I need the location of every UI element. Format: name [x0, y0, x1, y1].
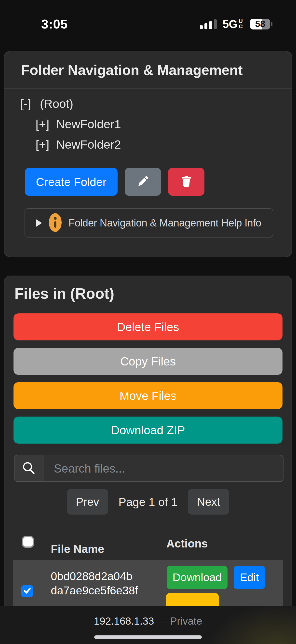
- cellular-signal-icon: [200, 19, 217, 29]
- page-indicator: Page 1 of 1: [119, 495, 177, 509]
- pagination: Prev Page 1 of 1 Next: [4, 489, 292, 514]
- folder-tree: [-] (Root) [+] NewFolder1 [+] NewFolder2: [4, 89, 292, 154]
- info-icon: [49, 213, 62, 233]
- tree-label[interactable]: (Root): [40, 97, 73, 110]
- status-indicators: 5G U C 58: [200, 18, 273, 31]
- tree-label[interactable]: NewFolder2: [56, 138, 121, 151]
- tree-item-newfolder1[interactable]: [+] NewFolder1: [20, 114, 292, 134]
- search-icon: [21, 461, 36, 476]
- trash-icon: [180, 175, 193, 189]
- file-table-row: 0bd0288d2a04b da7ae9ce5f6e38f Download E…: [13, 560, 283, 614]
- battery-icon: 58: [250, 19, 273, 30]
- files-card: Files in (Root) Delete Files Copy Files …: [4, 276, 292, 644]
- url-bar[interactable]: 192.168.1.33 — Private: [0, 606, 296, 627]
- home-indicator[interactable]: [94, 636, 202, 639]
- battery-percent: 58: [250, 19, 270, 30]
- row-checkbox-checked[interactable]: [21, 585, 33, 597]
- pencil-icon: [136, 175, 150, 189]
- move-files-button[interactable]: Move Files: [13, 382, 283, 409]
- bulk-actions: Delete Files Copy Files Move Files Downl…: [13, 314, 283, 444]
- network-type: 5G U C: [223, 18, 243, 31]
- tree-toggle-collapse[interactable]: [-]: [20, 97, 31, 110]
- network-band-label: U C: [239, 19, 243, 29]
- delete-files-button[interactable]: Delete Files: [13, 314, 283, 340]
- tree-item-root[interactable]: [-] (Root): [20, 93, 292, 114]
- column-header-file-name: File Name: [51, 542, 104, 556]
- search-input[interactable]: [43, 455, 284, 482]
- rename-folder-button[interactable]: [125, 168, 161, 196]
- url-host[interactable]: 192.168.1.33: [94, 615, 154, 627]
- clock: 3:05: [41, 17, 68, 32]
- iphone-screen: 3:05 5G U C 58 Folder Na: [0, 0, 296, 644]
- tree-item-newfolder2[interactable]: [+] NewFolder2: [20, 134, 292, 154]
- help-summary-label[interactable]: Folder Navigation & Management Help Info: [68, 217, 261, 229]
- battery-nub: [271, 22, 273, 26]
- download-file-button[interactable]: Download: [167, 566, 228, 589]
- create-folder-button[interactable]: Create Folder: [25, 168, 118, 196]
- network-label: 5G: [223, 18, 238, 31]
- folder-navigation-card: Folder Navigation & Management [-] (Root…: [4, 51, 292, 257]
- private-browsing-label: — Private: [157, 615, 202, 627]
- folder-card-title: Folder Navigation & Management: [21, 62, 243, 78]
- tree-toggle-expand[interactable]: [+]: [35, 138, 49, 151]
- copy-files-button[interactable]: Copy Files: [13, 348, 283, 375]
- files-card-title: Files in (Root): [4, 276, 292, 302]
- select-all-checkbox[interactable]: [22, 536, 34, 548]
- status-bar: 3:05 5G U C 58: [0, 0, 296, 46]
- file-table-header: File Name Actions: [4, 532, 292, 560]
- checkmark-icon: [23, 586, 32, 596]
- tree-toggle-expand[interactable]: [+]: [35, 117, 49, 131]
- tree-label[interactable]: NewFolder1: [56, 117, 121, 131]
- delete-folder-button[interactable]: [168, 168, 204, 196]
- prev-page-button[interactable]: Prev: [67, 489, 108, 514]
- disclosure-triangle-icon: [36, 219, 42, 227]
- file-name: 0bd0288d2a04b da7ae9ce5f6e38f: [51, 569, 138, 598]
- safari-bottom-bar: 192.168.1.33 — Private: [0, 606, 296, 644]
- file-search: [14, 455, 284, 482]
- next-page-button[interactable]: Next: [188, 489, 229, 514]
- folder-card-header: Folder Navigation & Management: [4, 51, 292, 89]
- help-disclosure[interactable]: Folder Navigation & Management Help Info: [24, 208, 273, 238]
- search-button[interactable]: [14, 455, 43, 482]
- download-zip-button[interactable]: Download ZIP: [13, 416, 283, 444]
- column-header-actions: Actions: [166, 537, 208, 550]
- folder-action-buttons: Create Folder: [25, 168, 292, 196]
- edit-file-button[interactable]: Edit: [234, 566, 265, 589]
